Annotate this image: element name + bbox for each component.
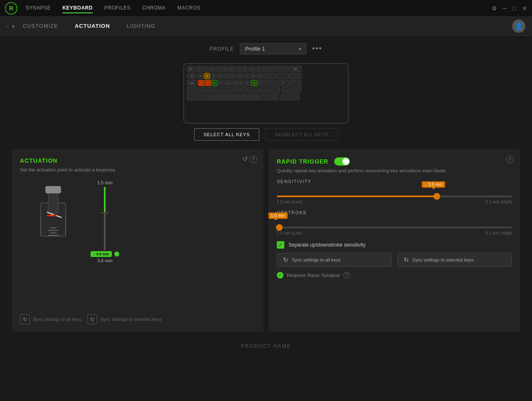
sync-selected-label: Sync settings to selected keys: [100, 317, 161, 322]
back-arrow-icon[interactable]: ‹: [7, 22, 9, 30]
svg-rect-71: [280, 94, 286, 100]
nav-chroma[interactable]: CHROMA: [142, 3, 165, 13]
actuation-sync-selected-button[interactable]: ↻ Sync settings to selected keys: [87, 314, 161, 324]
nav-keyboard[interactable]: KEYBOARD: [62, 3, 93, 13]
svg-rect-72: [287, 94, 293, 100]
sensitivity-tooltip: ↓0.5 mm: [422, 181, 445, 188]
deselect-all-keys-button[interactable]: DESELECT ALL KEYS: [265, 128, 338, 141]
close-icon[interactable]: ✕: [522, 5, 527, 12]
svg-text:K: K: [254, 82, 255, 84]
product-name: PRODUCT NAME: [241, 343, 291, 349]
rt-sync-all-button[interactable]: ↻ Sync settings to all keys: [277, 253, 392, 267]
svg-text:D: D: [214, 82, 215, 84]
upstroke-thumb[interactable]: ↑1.0 mm: [276, 224, 283, 231]
actuation-panel-title: ACTUATION: [20, 157, 255, 164]
user-avatar[interactable]: 👤: [512, 20, 525, 33]
tab-lighting[interactable]: LIGHTING: [127, 23, 155, 29]
razer-synapse-row: ✓ Requires Razer Synapse ?: [277, 272, 512, 279]
svg-text:W: W: [206, 75, 208, 77]
svg-text:H: H: [234, 82, 235, 84]
svg-rect-61: [282, 87, 290, 93]
svg-text:5: 5: [224, 68, 226, 70]
upstroke-slider-labels: 1.0 mm (Low) 0.1 mm (High): [277, 231, 512, 235]
svg-text:J: J: [241, 82, 242, 84]
svg-text:E: E: [213, 75, 214, 77]
svg-rect-49: [187, 87, 200, 93]
svg-rect-57: [247, 87, 253, 93]
actuation-total-label: 3.6 mm: [97, 258, 113, 263]
svg-rect-2: [184, 64, 348, 123]
svg-rect-64: [187, 94, 195, 100]
svg-rect-31: [271, 73, 276, 79]
sensitivity-slider-container: ↓0.5 mm 1.0 mm (Low) 0.1 mm (High): [277, 196, 512, 204]
forward-arrow-icon[interactable]: ›: [12, 22, 14, 30]
svg-rect-59: [261, 87, 266, 93]
rapid-trigger-panel: ? RAPID TRIGGER Quickly repeat key actua…: [268, 149, 520, 332]
upstroke-tooltip: ↑1.0 mm: [268, 213, 288, 219]
svg-text:7: 7: [238, 68, 239, 70]
rt-sync-selected-icon: ↻: [404, 256, 409, 264]
switch-diagram: [28, 178, 78, 251]
svg-rect-66: [202, 94, 208, 100]
tab-actuation[interactable]: ACTUATION: [75, 23, 110, 29]
settings-panels: ACTUATION Set the actuation point to act…: [0, 149, 532, 332]
actuation-reset-icon[interactable]: ↺: [242, 155, 248, 163]
separate-sensitivity-checkbox[interactable]: ✓: [277, 241, 284, 249]
svg-rect-120: [50, 215, 53, 216]
upstroke-slider-container: ↑1.0 mm 1.0 mm (Low) 0.1 mm (High): [277, 227, 512, 235]
profile-dropdown[interactable]: Profile 1 Profile 2 Profile 3: [240, 43, 306, 54]
main-nav: SYNAPSE KEYBOARD PROFILES CHROMA MACROS: [26, 3, 492, 13]
rt-sync-row: ↻ Sync settings to all keys ↻ Sync setti…: [277, 253, 512, 267]
nav-synapse[interactable]: SYNAPSE: [26, 3, 51, 13]
razer-synapse-help-icon[interactable]: ?: [343, 272, 350, 279]
svg-text:R: R: [219, 75, 221, 77]
svg-rect-48: [290, 80, 301, 86]
sensitivity-thumb[interactable]: ↓0.5 mm: [433, 193, 440, 200]
svg-rect-70: [273, 94, 278, 100]
actuation-help-icon[interactable]: ?: [249, 156, 257, 163]
profile-row: PROFILE Profile 1 Profile 2 Profile 3 ▼ …: [0, 36, 532, 59]
svg-text:0: 0: [258, 68, 259, 70]
svg-rect-45: [265, 80, 271, 86]
svg-text:+: +: [271, 68, 272, 70]
nav-macros[interactable]: MACROS: [177, 3, 201, 13]
separate-sensitivity-label: Separate up/downstroke sensitivity: [288, 242, 365, 248]
razer-synapse-icon: ✓: [277, 272, 283, 279]
profile-select-wrapper: Profile 1 Profile 2 Profile 3 ▼: [240, 43, 306, 54]
settings-icon[interactable]: ⚙: [492, 5, 497, 12]
svg-rect-60: [267, 87, 280, 93]
actuation-sync-all-button[interactable]: ↻ Sync settings to all keys: [20, 314, 81, 324]
rapid-trigger-help-icon[interactable]: ?: [506, 156, 514, 163]
svg-rect-50: [201, 87, 207, 93]
svg-text:1: 1: [198, 68, 199, 70]
profile-label: PROFILE: [209, 46, 234, 52]
sensitivity-fill: [277, 196, 437, 197]
svg-rect-55: [234, 87, 240, 93]
upstroke-min-label: 1.0 mm (Low): [277, 231, 302, 235]
svg-text:6: 6: [231, 68, 232, 70]
second-nav: ‹ › CUSTOMIZE ACTUATION LIGHTING 👤: [0, 17, 532, 36]
nav-arrows: ‹ ›: [7, 22, 15, 30]
select-all-keys-button[interactable]: SELECT ALL KEYS: [194, 128, 260, 141]
rapid-trigger-desc: Quickly repeat key actuation and perform…: [277, 168, 512, 173]
window-controls: ⚙ ─ □ ✕: [492, 5, 527, 12]
sync-selected-icon: ↻: [87, 314, 97, 324]
rapid-trigger-toggle[interactable]: [334, 157, 350, 166]
svg-rect-56: [241, 87, 246, 93]
minimize-icon[interactable]: ─: [503, 5, 507, 12]
tab-customize[interactable]: CUSTOMIZE: [23, 23, 58, 29]
svg-text:K: K: [247, 82, 249, 84]
svg-text:R: R: [9, 5, 13, 12]
nav-profiles[interactable]: PROFILES: [104, 3, 131, 13]
svg-text:G: G: [227, 82, 229, 84]
maximize-icon[interactable]: □: [513, 5, 516, 12]
svg-rect-69: [266, 94, 272, 100]
svg-rect-67: [209, 94, 259, 100]
svg-rect-63: [298, 87, 301, 93]
sync-all-label: Sync settings to all keys: [33, 317, 81, 322]
svg-text:⌫: ⌫: [293, 68, 297, 70]
rt-sync-selected-button[interactable]: ↻ Sync settings to selected keys: [397, 253, 512, 267]
svg-rect-58: [254, 87, 260, 93]
profile-more-button[interactable]: •••: [312, 44, 323, 53]
svg-text:P: P: [259, 75, 261, 77]
